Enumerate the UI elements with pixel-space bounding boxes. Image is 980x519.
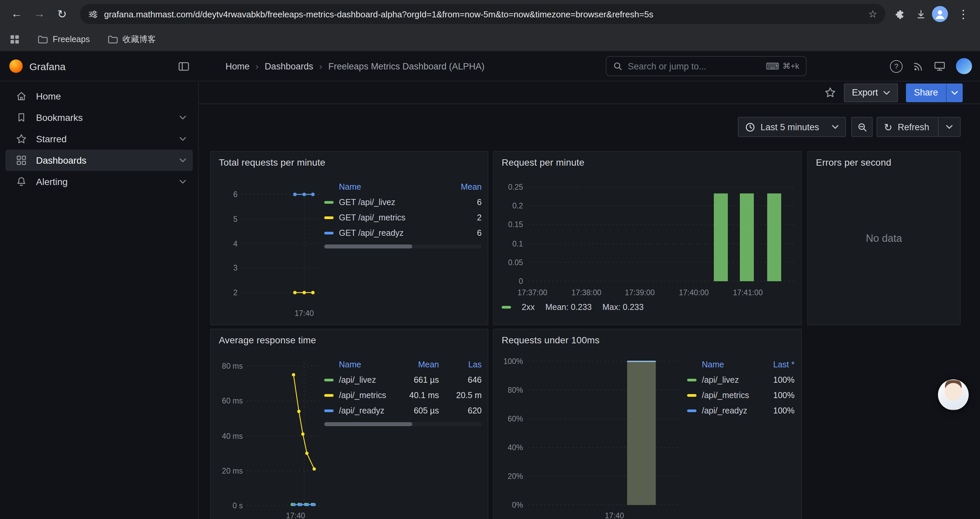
bookmark-label: Freeleaps: [53, 35, 90, 44]
sidebar-item-starred[interactable]: Starred: [5, 128, 193, 150]
legend-series-name[interactable]: GET /api/_livez: [324, 197, 439, 207]
back-icon[interactable]: ←: [7, 4, 27, 24]
legend-header[interactable]: Name: [687, 360, 752, 369]
share-menu-button[interactable]: [946, 83, 963, 102]
panel-average-response-time[interactable]: Average response time 80 ms60 ms40 ms20 …: [210, 329, 488, 519]
chevron-down-icon[interactable]: [180, 137, 186, 141]
url-bar[interactable]: grafana.mathmast.com/d/deytv4rwavabkb/fr…: [80, 4, 885, 24]
sidebar-item-bookmarks[interactable]: Bookmarks: [5, 107, 193, 128]
legend-header-row: NameMeanLas: [324, 357, 482, 372]
legend-header[interactable]: Mean: [396, 360, 439, 369]
chevron-down-icon[interactable]: [180, 158, 186, 162]
extensions-icon[interactable]: [893, 8, 905, 20]
reload-icon[interactable]: ↻: [52, 4, 72, 24]
person-icon: [932, 7, 947, 21]
search-placeholder: Search or jump to...: [628, 61, 760, 71]
bell-icon: [16, 176, 27, 187]
legend-header[interactable]: Las: [439, 360, 482, 369]
legend-series-name[interactable]: /api/_readyz: [324, 406, 396, 415]
site-settings-icon[interactable]: [88, 9, 98, 19]
favorite-star-icon[interactable]: [824, 87, 836, 98]
chevron-down-icon: [946, 125, 953, 129]
header-icons: ?: [890, 58, 980, 74]
panel-total-requests-per-minute[interactable]: Total requests per minute 6543217:40 Nam…: [210, 151, 488, 325]
sidebar-item-alerting[interactable]: Alerting: [5, 171, 193, 192]
legend-row[interactable]: /api/_livez661 µs646: [324, 372, 482, 387]
legend-series-name[interactable]: /api/_metrics: [324, 390, 396, 400]
series-name-text: /api/_readyz: [702, 406, 747, 415]
export-label: Export: [852, 88, 878, 97]
legend-row[interactable]: GET /api/_livez6: [324, 194, 482, 210]
legend-row[interactable]: GET /api/_metrics2: [324, 210, 482, 225]
legend-header[interactable]: Name: [324, 182, 439, 192]
zoom-out-button[interactable]: [851, 117, 873, 137]
scrollbar-thumb[interactable]: [324, 422, 412, 426]
panel-request-per-minute[interactable]: Request per minute 0.250.20.150.10.05017…: [493, 151, 802, 325]
legend-series-name[interactable]: GET /api/_metrics: [324, 213, 439, 222]
browser-menu-icon[interactable]: ⋮: [953, 4, 973, 24]
scrollbar-thumb[interactable]: [324, 244, 412, 249]
legend-row[interactable]: /api/_readyz605 µs620: [324, 403, 482, 418]
legend-series-name[interactable]: GET /api/_readyz: [324, 228, 439, 238]
legend-scrollbar[interactable]: [324, 244, 482, 249]
display-icon[interactable]: [934, 61, 945, 71]
sidebar-toggle-icon[interactable]: [178, 61, 189, 71]
series-max: Max: 0.233: [602, 303, 644, 312]
series-point: [292, 373, 295, 376]
breadcrumb-home[interactable]: Home: [226, 61, 250, 71]
legend-header[interactable]: Name: [324, 360, 396, 369]
sidebar-item-dashboards[interactable]: Dashboards: [5, 150, 193, 171]
refresh-button[interactable]: ↻ Refresh: [877, 117, 939, 137]
chevron-down-icon[interactable]: [180, 180, 186, 184]
legend-row[interactable]: /api/_metrics40.1 ms20.5 m: [324, 387, 482, 403]
legend-row[interactable]: /api/_livez100%: [687, 372, 795, 387]
forward-icon[interactable]: →: [29, 4, 49, 24]
help-icon[interactable]: ?: [890, 60, 903, 72]
legend-value: 6: [439, 197, 482, 207]
browser-profile-avatar[interactable]: [932, 6, 948, 22]
grafana-header-left: Grafana: [0, 59, 199, 73]
legend-table: NameMeanLas/api/_livez661 µs646/api/_met…: [324, 357, 482, 418]
legend-series-name[interactable]: /api/_livez: [687, 375, 752, 385]
user-avatar[interactable]: [956, 58, 972, 74]
series-point: [313, 467, 316, 471]
news-rss-icon[interactable]: [913, 61, 923, 71]
legend-value: 100%: [752, 390, 795, 400]
series-label[interactable]: 2xx: [522, 303, 535, 312]
legend-scrollbar[interactable]: [324, 422, 482, 426]
chevron-down-icon[interactable]: [180, 115, 186, 120]
legend-row[interactable]: GET /api/_readyz6: [324, 225, 482, 241]
legend-header[interactable]: Mean: [439, 182, 482, 192]
legend-table: NameLast */api/_livez100%/api/_metrics10…: [687, 357, 795, 418]
panel-requests-under-100ms[interactable]: Requests under 100ms 100%80%60%40%20%0%1…: [493, 329, 802, 519]
legend-row[interactable]: /api/_readyz100%: [687, 403, 795, 418]
sidebar-item-label: Bookmarks: [36, 112, 170, 123]
bookmark-item-freeleaps[interactable]: Freeleaps: [37, 35, 90, 44]
assistant-avatar[interactable]: [938, 379, 969, 410]
series-line: [294, 375, 314, 469]
grafana-logo-icon[interactable]: [10, 59, 23, 73]
legend-row[interactable]: /api/_metrics100%: [687, 387, 795, 403]
legend-series-name[interactable]: /api/_readyz: [687, 406, 752, 415]
export-button[interactable]: Export: [844, 83, 898, 102]
legend-value: 2: [439, 213, 482, 222]
legend-series-name[interactable]: /api/_metrics: [687, 390, 752, 400]
panel-errors-per-second[interactable]: Errors per second No data: [807, 151, 961, 325]
search-input[interactable]: Search or jump to... ⌨ ⌘+k: [606, 56, 807, 76]
legend-bottom[interactable]: 2xx Mean: 0.233 Max: 0.233: [502, 303, 644, 312]
time-range-button[interactable]: Last 5 minutes: [738, 117, 846, 137]
downloads-icon[interactable]: [915, 8, 927, 20]
keyboard-icon: ⌨: [766, 61, 779, 72]
refresh-interval-button[interactable]: [938, 117, 961, 137]
breadcrumb-dashboards[interactable]: Dashboards: [264, 61, 313, 71]
bar: [740, 193, 754, 281]
sidebar-item-home[interactable]: Home: [5, 86, 193, 107]
bookmark-page-star-icon[interactable]: ☆: [868, 8, 877, 20]
breadcrumb-separator-icon: ›: [250, 61, 264, 72]
apps-grid-icon[interactable]: [10, 34, 20, 45]
legend-series-name[interactable]: /api/_livez: [324, 375, 396, 385]
share-button[interactable]: Share: [906, 83, 946, 102]
bar: [714, 193, 728, 281]
legend-header[interactable]: Last *: [752, 360, 795, 369]
bookmark-item-blog[interactable]: 收藏博客: [107, 34, 156, 45]
